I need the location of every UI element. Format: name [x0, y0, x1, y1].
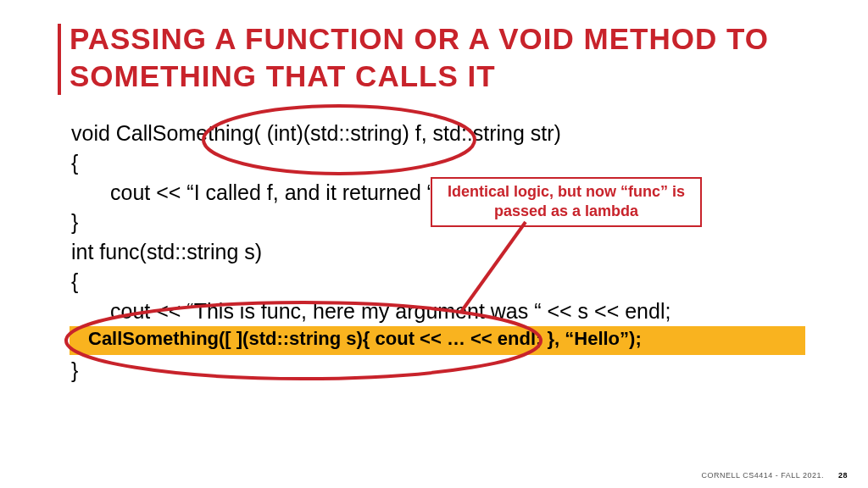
code-line: } [71, 356, 670, 385]
code-line: { [71, 267, 670, 297]
code-line: { [71, 148, 670, 178]
highlighted-code: CallSomething([ ](std::string s){ cout <… [88, 328, 642, 350]
annotation-callout: Identical logic, but now “func” is passe… [431, 177, 702, 227]
code-line: void CallSomething( (int)(std::string) f… [71, 119, 670, 148]
page-number: 28 [838, 471, 848, 480]
title-accent-bar [58, 24, 61, 95]
slide-title: PASSING A FUNCTION OR A VOID METHOD TO S… [70, 20, 817, 95]
code-line: cout << “This is func, here my argument … [71, 297, 670, 326]
footer-text: CORNELL CS4414 - FALL 2021. [702, 471, 824, 480]
code-line: int func(std::string s) [71, 237, 670, 267]
slide-footer: CORNELL CS4414 - FALL 2021. 28 [702, 471, 848, 480]
